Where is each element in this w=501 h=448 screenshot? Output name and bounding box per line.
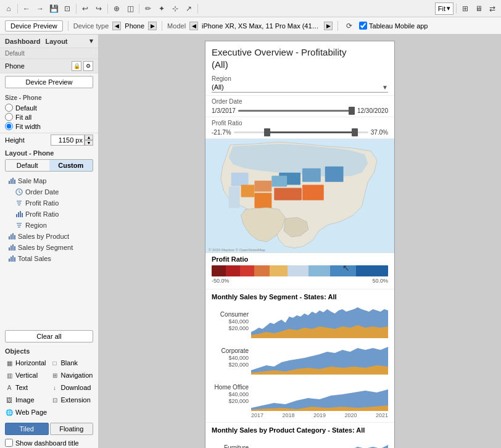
toolbar-redo-icon[interactable]: ↪ [93,2,105,15]
show-dashboard-title-label[interactable]: Show dashboard title [0,438,98,448]
toolbar-undo-icon[interactable]: ↩ [79,2,91,15]
sep1 [17,4,18,14]
text-icon: A [5,383,14,392]
obj-horizontal[interactable]: ▦ Horizontal [5,357,48,368]
toolbar-tooltip-icon[interactable]: ⊹ [169,2,181,15]
svg-rect-37 [254,181,271,192]
toolbar-grid-icon[interactable]: ⊞ [459,2,471,15]
consumer-row: Consumer $40,000 $20,000 [212,304,388,338]
svg-rect-23 [9,259,10,262]
toolbar-share-icon[interactable]: ↗ [183,2,195,15]
tree-total-sales[interactable]: Total Sales [0,253,98,264]
toolbar-monitor-icon[interactable]: 🖥 [473,2,485,15]
furniture-name: Furniture [224,444,249,448]
sep5 [197,4,198,14]
size-fitwidth-option[interactable]: Fit width [5,122,93,130]
tiled-btn[interactable]: Tiled [5,423,49,435]
clear-all-btn[interactable]: Clear all [5,330,93,342]
obj-image[interactable]: 🖼 Image [5,394,48,405]
corporate-val1: $40,000 [228,355,249,361]
tableau-mobile-checkbox[interactable] [359,22,367,30]
tree-sales-by-product[interactable]: Sales by Product [0,231,98,242]
tab-custom[interactable]: Custom [49,160,93,171]
panel-dropdown-arrow[interactable]: ▾ [89,37,93,45]
objects-title: Objects [5,347,93,355]
height-down-btn[interactable]: ▼ [85,140,93,146]
toolbar-highlight-icon[interactable]: ✦ [155,2,168,15]
device-type-prev[interactable]: ◀ [112,22,121,30]
svg-rect-0 [9,181,10,184]
blank-label: Blank [61,359,78,367]
height-up-btn[interactable]: ▲ [85,135,93,140]
toolbar-home-icon[interactable]: ⌂ [2,2,15,15]
region-dropdown-arrow[interactable]: ▼ [382,84,388,91]
toolbar-pen-icon[interactable]: ✏ [142,2,154,15]
device-type-next[interactable]: ▶ [148,22,157,30]
dash-header: Executive Overview - Profitability (All) [205,41,394,73]
default-label: Default [5,50,25,57]
toolbar-back-icon[interactable]: ← [20,2,33,15]
preview-area: Executive Overview - Profitability (All)… [99,35,501,448]
date-slider-thumb[interactable] [349,107,355,115]
tree-sales-by-segment[interactable]: Sales by Segment [0,242,98,253]
year-2021: 2021 [376,412,388,418]
profit-slider-fill [267,131,355,133]
panel-device-preview-btn[interactable]: Device Preview [5,76,93,88]
obj-vertical[interactable]: ▥ Vertical [5,370,48,381]
tableau-mobile-checkbox-label[interactable]: Tableau Mobile app [359,22,428,30]
tab-default[interactable]: Default [6,160,49,171]
size-fitall-option[interactable]: Fit all [5,113,93,121]
tree-order-date[interactable]: Order Date [0,186,98,197]
date-slider-track[interactable] [238,110,355,112]
toolbar-sep-v1 [68,21,68,31]
toolbar-insert-icon[interactable]: ⊕ [110,2,123,15]
svg-rect-20 [10,246,12,251]
fit-dropdown[interactable]: Fit ▾ [435,2,453,15]
order-date-icon [15,188,23,196]
size-default-option[interactable]: Default [5,104,93,112]
toolbar-share2-icon[interactable]: ⇄ [486,2,499,15]
tree-region[interactable]: Region [0,220,98,231]
svg-rect-38 [271,176,287,187]
obj-webpage[interactable]: 🌐 Web Page [5,407,48,418]
obj-extension[interactable]: ⊡ Extension [51,394,94,405]
toolbar-format-icon[interactable]: ◫ [124,2,136,15]
tree-items: Sale Map Order Date Profit Ratio [0,174,98,265]
device-preview-button[interactable]: Device Preview [5,20,63,31]
webpage-icon: 🌐 [5,408,14,417]
toolbar-forward-icon[interactable]: → [34,2,46,15]
download-label: Download [61,384,91,391]
floating-btn[interactable]: Floating [50,423,94,435]
sales-product-icon [7,232,16,241]
profit-thumb-left[interactable] [264,128,270,136]
dashboard-tab[interactable]: Dashboard [5,38,40,45]
extension-icon: ⊡ [51,396,59,404]
tree-profit-ratio-filter[interactable]: Profit Ratio [0,197,98,209]
consumer-name: Consumer [220,311,249,318]
obj-text[interactable]: A Text [5,382,48,393]
tree-sale-map[interactable]: Sale Map [0,175,98,186]
download-icon: ↓ [51,383,59,392]
refresh-icon[interactable]: ⟳ [343,20,355,32]
tree-profit-ratio-chart[interactable]: Profit Ratio [0,209,98,220]
height-input[interactable] [51,135,85,146]
toolbar-save-icon[interactable]: 💾 [48,2,60,15]
show-dashboard-title-checkbox[interactable] [5,439,13,447]
sale-map-label: Sale Map [18,177,46,185]
profit-slider-track[interactable] [234,131,368,133]
obj-navigation[interactable]: ⊞ Navigation [51,370,94,381]
profit-thumb-right[interactable] [352,128,358,136]
model-next[interactable]: ▶ [324,22,333,30]
phone-settings-icon[interactable]: ⚙ [83,61,93,71]
map-area: © 2020 Mapbox © OpenStreetMap [205,139,394,253]
phone-lock-icon[interactable]: 🔒 [72,61,81,71]
obj-download[interactable]: ↓ Download [51,382,94,393]
sale-map-icon [7,176,16,185]
toolbar-save-as-icon[interactable]: ⊡ [61,2,73,15]
svg-rect-1 [10,179,12,184]
model-prev[interactable]: ◀ [189,22,198,30]
layout-tab[interactable]: Layout [45,38,67,45]
obj-blank[interactable]: □ Blank [51,357,94,368]
sales-segment-label: Sales by Segment [18,244,73,251]
product-chart-section: Monthly Sales by Product Category - Stat… [205,423,394,448]
